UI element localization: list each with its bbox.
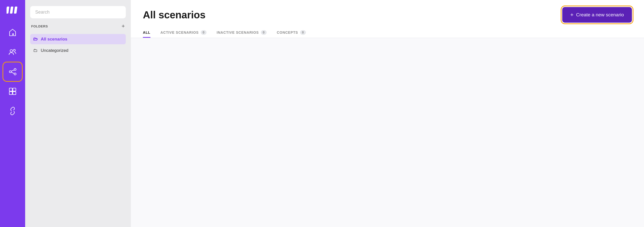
sidebar-nav (0, 24, 25, 120)
tab-inactive-label: INACTIVE SCENARIOS (217, 30, 259, 34)
create-scenario-button[interactable]: + Create a new scenario (562, 7, 632, 23)
main-content: All scenarios + Create a new scenario AL… (131, 0, 644, 227)
svg-rect-1 (10, 7, 13, 14)
tab-concepts[interactable]: CONCEPTS 0 (277, 28, 306, 38)
sidebar-item-connections[interactable] (4, 102, 21, 120)
svg-rect-11 (13, 88, 16, 91)
svg-point-3 (10, 50, 13, 52)
folder-item-uncategorized[interactable]: 🗀 Uncategorized (30, 45, 126, 56)
folder-open-icon: 🗁 (33, 36, 38, 42)
tab-all-label: ALL (143, 30, 150, 34)
page-title: All scenarios (143, 9, 206, 21)
svg-line-8 (11, 70, 14, 71)
svg-rect-12 (9, 92, 12, 95)
tab-inactive-scenarios[interactable]: INACTIVE SCENARIOS 0 (217, 28, 267, 38)
svg-rect-2 (14, 7, 17, 14)
svg-line-9 (11, 72, 14, 73)
folder-item-label: Uncategorized (41, 48, 68, 53)
folder-item-all[interactable]: 🗁 All scenarios (30, 34, 126, 44)
tab-active-label: ACTIVE SCENARIOS (160, 30, 199, 34)
folder-icon: 🗀 (33, 48, 38, 53)
create-button-label: Create a new scenario (576, 12, 624, 18)
tab-concepts-badge: 0 (300, 30, 306, 35)
folders-label: FOLDERS (31, 24, 48, 28)
tab-active-badge: 0 (201, 30, 207, 35)
svg-point-4 (13, 49, 15, 51)
tab-active-scenarios[interactable]: ACTIVE SCENARIOS 0 (160, 28, 207, 38)
svg-point-7 (14, 73, 16, 75)
sidebar-item-teams[interactable] (4, 43, 21, 61)
folders-header: FOLDERS + (30, 23, 126, 29)
svg-point-14 (12, 91, 13, 92)
add-folder-button[interactable]: + (122, 23, 125, 29)
tabs: ALL ACTIVE SCENARIOS 0 INACTIVE SCENARIO… (143, 28, 632, 38)
sidebar-item-scenarios[interactable] (4, 63, 21, 81)
main-body (131, 38, 644, 227)
sidebar-item-home[interactable] (4, 24, 21, 41)
sidebar-item-integrations[interactable] (4, 83, 21, 100)
svg-rect-13 (13, 92, 16, 95)
tab-concepts-label: CONCEPTS (277, 30, 298, 34)
tab-all[interactable]: ALL (143, 28, 150, 38)
sidebar (0, 0, 25, 227)
folder-item-label: All scenarios (41, 37, 67, 42)
svg-rect-10 (9, 88, 12, 91)
svg-rect-0 (7, 7, 9, 14)
tab-inactive-badge: 0 (261, 30, 267, 35)
folder-list: 🗁 All scenarios 🗀 Uncategorized (30, 34, 126, 56)
main-header: All scenarios + Create a new scenario (131, 0, 644, 23)
left-panel: FOLDERS + 🗁 All scenarios 🗀 Uncategorize… (25, 0, 131, 227)
svg-point-5 (9, 71, 11, 73)
search-input[interactable] (30, 6, 126, 18)
svg-point-6 (14, 68, 16, 70)
tabs-container: ALL ACTIVE SCENARIOS 0 INACTIVE SCENARIO… (131, 23, 644, 38)
logo[interactable] (7, 5, 19, 16)
create-plus-icon: + (570, 12, 574, 18)
